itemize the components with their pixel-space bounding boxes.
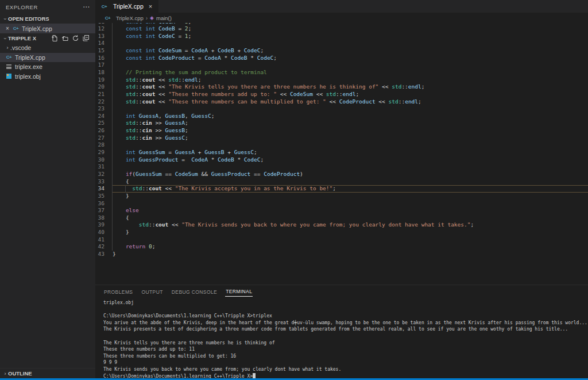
outline-section-header[interactable]: › OUTLINE [0, 369, 95, 378]
code-line-42[interactable]: 42 return 0; [95, 243, 588, 251]
explorer-header: EXPLORER ⋯ [0, 0, 95, 14]
code-line-31[interactable]: 31 [95, 163, 588, 171]
code-line-content: if(GuessSum == CodeSum && GuessProduct =… [113, 171, 588, 178]
line-number: 39 [95, 221, 113, 229]
code-line-40[interactable]: 40 } [95, 229, 588, 236]
code-line-content: std::cout << "The Krivis accepts you in … [113, 185, 588, 193]
code-line-43[interactable]: 43} [95, 251, 588, 258]
line-number: 38 [95, 214, 113, 222]
code-line-content: int GuessProduct = CodeA * CodeB * CodeC… [113, 156, 588, 164]
new-folder-icon[interactable] [61, 34, 69, 42]
editor-area: C+ TripleX.cpp × C+ TripleX.cpp › ◈ main… [95, 0, 588, 378]
open-editor-item[interactable]: ×C+TripleX.cpp [0, 24, 95, 33]
panel-tab-problems[interactable]: PROBLEMS [103, 287, 133, 297]
line-number: 26 [95, 127, 113, 135]
line-number: 25 [95, 120, 113, 127]
breadcrumb-separator: › [146, 15, 148, 21]
code-line-16[interactable]: 16 const int CodeProduct = CodeA * CodeB… [95, 55, 588, 62]
tree-item-triplex-obj[interactable]: triplex.obj [0, 72, 95, 82]
breadcrumb-symbol[interactable]: main() [156, 15, 172, 21]
line-number: 18 [95, 69, 113, 76]
open-editors-section-header[interactable]: › OPEN EDITORS [0, 14, 95, 24]
code-line-39[interactable]: 39 std::cout << "The Krivis sends you ba… [95, 221, 588, 229]
cpp-file-icon: C+ [5, 55, 13, 60]
code-line-25[interactable]: 25 std::cin >> GuessA; [95, 120, 588, 127]
code-line-14[interactable]: 14 [95, 40, 588, 47]
close-icon[interactable]: × [3, 25, 11, 32]
code-line-20[interactable]: 20 std::cout << "The Krivis tells you th… [95, 83, 588, 91]
code-line-27[interactable]: 27 std::cin >> GuessC; [95, 135, 588, 142]
close-tab-icon[interactable]: × [149, 3, 152, 10]
tree-item-triplex-exe[interactable]: triplex.exe [0, 62, 95, 72]
code-line-12[interactable]: 12 const int CodeB = 2; [95, 25, 588, 33]
collapse-all-icon[interactable] [82, 34, 90, 42]
code-line-content: std::cout << "The Krivis sends you back … [113, 221, 588, 229]
code-line-24[interactable]: 24 int GuessA, GuessB, GuessC; [95, 113, 588, 120]
code-line-content: std::cout << "The Krivis tells you there… [113, 83, 588, 91]
code-line-content [113, 62, 588, 69]
open-editors-label: OPEN EDITORS [8, 16, 49, 22]
code-line-38[interactable]: 38 { [95, 214, 588, 222]
line-number: 31 [95, 163, 113, 171]
breadcrumb-file[interactable]: TripleX.cpp [116, 15, 144, 21]
line-number: 24 [95, 113, 113, 120]
line-number: 19 [95, 76, 113, 84]
line-number: 33 [95, 178, 113, 186]
line-number: 14 [95, 40, 113, 47]
code-line-content: std::cout << std::endl; [113, 76, 588, 84]
code-line-content: std::cout << "These three numbers can be… [113, 98, 588, 106]
explorer-sidebar: EXPLORER ⋯ › OPEN EDITORS ×C+TripleX.cpp… [0, 0, 95, 378]
line-number: 22 [95, 98, 113, 106]
line-number: 34 [95, 185, 113, 193]
more-actions-icon[interactable]: ⋯ [83, 4, 90, 10]
tree-item--vscode[interactable]: ›.vscode [0, 43, 95, 53]
code-line-37[interactable]: 37 else [95, 207, 588, 214]
code-line-19[interactable]: 19 std::cout << std::endl; [95, 76, 588, 84]
line-number: 42 [95, 243, 113, 251]
refresh-icon[interactable] [72, 34, 79, 42]
code-line-28[interactable]: 28 [95, 141, 588, 149]
code-line-18[interactable]: 18 // Printing the sum and product to te… [95, 69, 588, 76]
line-number: 41 [95, 236, 113, 244]
bottom-panel: PROBLEMSOUTPUTDEBUG CONSOLETERMINAL trip… [95, 285, 588, 378]
outline-label: OUTLINE [8, 370, 32, 377]
code-line-content: const int CodeB = 2; [113, 25, 588, 33]
code-line-22[interactable]: 22 std::cout << "These three numbers can… [95, 98, 588, 106]
line-number: 29 [95, 149, 113, 156]
code-line-15[interactable]: 15 const int CodeSum = CodeA + CodeB + C… [95, 47, 588, 55]
code-line-36[interactable]: 36 [95, 200, 588, 208]
code-line-content: std::cin >> GuessC; [113, 135, 588, 142]
code-line-26[interactable]: 26 std::cin >> GuessB; [95, 127, 588, 135]
panel-tab-terminal[interactable]: TERMINAL [225, 286, 253, 297]
code-line-35[interactable]: 35 } [95, 193, 588, 200]
new-file-icon[interactable] [51, 34, 59, 42]
code-line-41[interactable]: 41 [95, 236, 588, 244]
panel-tab-output[interactable]: OUTPUT [141, 287, 163, 297]
code-line-33[interactable]: 33 { [95, 178, 588, 186]
terminal-line: The Krivis presents a test of decipherin… [103, 326, 588, 333]
project-section-header[interactable]: › TRIPPLE X [0, 33, 95, 43]
code-line-30[interactable]: 30 int GuessProduct = CodeA * CodeB * Co… [95, 156, 588, 164]
code-line-content [113, 141, 588, 149]
code-line-content [113, 105, 588, 113]
code-line-21[interactable]: 21 std::cout << "These three numbers add… [95, 91, 588, 98]
chevron-right-icon: › [5, 45, 10, 51]
code-line-32[interactable]: 32 if(GuessSum == CodeSum && GuessProduc… [95, 171, 588, 178]
code-line-23[interactable]: 23 [95, 105, 588, 113]
code-line-13[interactable]: 13 const int CodeC = 1; [95, 33, 588, 40]
code-line-34[interactable]: 34 std::cout << "The Krivis accepts you … [95, 185, 588, 193]
panel-tab-debug-console[interactable]: DEBUG CONSOLE [171, 287, 218, 297]
code-line-content: { [113, 214, 588, 222]
cpp-file-icon: C+ [11, 26, 20, 31]
line-number: 40 [95, 229, 113, 236]
tree-item-TripleX-cpp[interactable]: C+TripleX.cpp [0, 53, 95, 63]
tab-triplex-cpp[interactable]: C+ TripleX.cpp × [95, 0, 158, 13]
project-label: TRIPPLE X [8, 35, 36, 41]
code-line-content: const int CodeC = 1; [113, 33, 588, 40]
code-editor[interactable]: 11 const int CodeA = 8;12 const int Code… [95, 23, 588, 285]
code-line-17[interactable]: 17 [95, 62, 588, 69]
terminal-line: The Krivis sends you back to where you c… [103, 366, 588, 373]
terminal[interactable]: triplex.objC:\Users\Dominykas\Documents\… [95, 298, 588, 379]
code-line-29[interactable]: 29 int GuessSum = GuessA + GuessB + Gues… [95, 149, 588, 156]
terminal-line [103, 333, 588, 340]
